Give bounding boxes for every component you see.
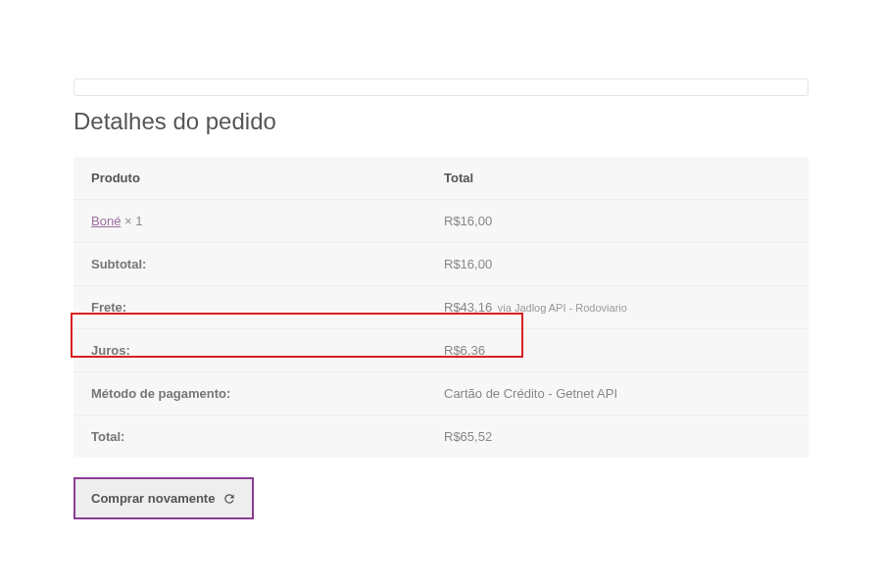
subtotal-label: Subtotal: — [74, 243, 426, 286]
frete-value-cell: R$43,16 via Jadlog API - Rodoviario — [426, 286, 808, 329]
juros-label: Juros: — [74, 329, 426, 372]
frete-value: R$43,16 — [444, 300, 492, 315]
section-title: Detalhes do pedido — [74, 108, 808, 135]
product-price: R$16,00 — [426, 200, 808, 243]
refresh-icon — [222, 492, 236, 506]
empty-input-box — [74, 78, 808, 96]
header-product: Produto — [74, 157, 426, 200]
table-row-metodo: Método de pagamento: Cartão de Crédito -… — [74, 372, 808, 416]
frete-label: Frete: — [74, 286, 426, 329]
reorder-button-label: Comprar novamente — [91, 491, 215, 506]
table-row-total: Total: R$65,52 — [74, 416, 808, 459]
reorder-button[interactable]: Comprar novamente — [74, 477, 254, 519]
header-total: Total — [426, 157, 808, 200]
table-row-frete: Frete: R$43,16 via Jadlog API - Rodoviar… — [74, 286, 808, 329]
product-qty: × 1 — [124, 214, 142, 228]
table-row-subtotal: Subtotal: R$16,00 — [74, 243, 808, 286]
juros-value: R$6,36 — [426, 329, 808, 372]
frete-note: via Jadlog API - Rodoviario — [498, 302, 627, 314]
metodo-value: Cartão de Crédito - Getnet API — [426, 372, 808, 416]
product-link[interactable]: Boné — [91, 214, 121, 228]
table-row-product: Boné × 1 R$16,00 — [74, 200, 808, 243]
metodo-label: Método de pagamento: — [74, 372, 426, 416]
table-row-juros: Juros: R$6,36 — [74, 329, 808, 372]
subtotal-value: R$16,00 — [426, 243, 808, 286]
order-details-table: Produto Total Boné × 1 R$16,00 Subtotal:… — [74, 157, 808, 458]
total-label: Total: — [74, 416, 426, 459]
total-value: R$65,52 — [426, 416, 808, 459]
